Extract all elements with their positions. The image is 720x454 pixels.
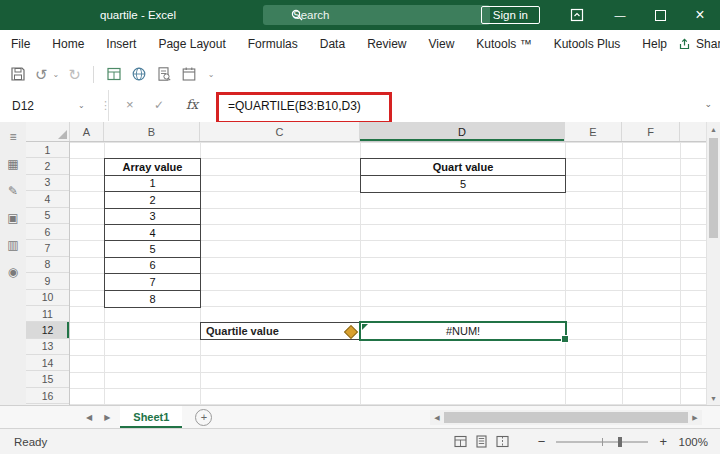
row-header-5[interactable]: 5 [26,208,69,224]
column-header-a[interactable]: A [70,122,104,141]
cell-b4[interactable]: 2 [105,192,200,208]
undo-dropdown-icon[interactable]: ⌄ [53,70,60,79]
normal-view-icon[interactable] [454,435,467,448]
warning-icon[interactable] [344,325,358,339]
scroll-right-icon[interactable]: ▶ [688,410,702,425]
page-layout-view-icon[interactable] [475,435,488,448]
tab-data[interactable]: Data [309,30,356,58]
cancel-icon[interactable]: × [126,97,134,112]
pane-menu-icon[interactable]: ≡ [9,130,16,144]
row-header-9[interactable]: 9 [26,273,69,289]
close-button[interactable]: × [680,0,720,30]
row-header-16[interactable]: 16 [26,388,69,404]
row-header-10[interactable]: 10 [26,290,69,306]
row-header-12[interactable]: 12 [26,322,69,338]
selected-cell-d12[interactable]: #NUM! [359,321,567,340]
ribbon-display-options-button[interactable] [562,0,592,30]
pane-edit-icon[interactable]: ✎ [8,184,18,198]
scroll-left-icon[interactable]: ◀ [430,410,444,425]
cell-b5[interactable]: 3 [105,209,200,225]
row-header-4[interactable]: 4 [26,191,69,207]
tab-review[interactable]: Review [356,30,417,58]
pane-workbook-icon[interactable]: ▦ [7,157,18,171]
row-header-8[interactable]: 8 [26,257,69,273]
sheet-tab-sheet1[interactable]: Sheet1 [120,406,182,428]
formula-bar-grip-icon[interactable]: ⋮ [100,99,111,112]
tab-view[interactable]: View [418,30,466,58]
scroll-down-icon[interactable]: ▼ [707,391,720,405]
pane-find-icon[interactable]: ◉ [8,265,18,279]
row-header-2[interactable]: 2 [26,158,69,174]
save-icon[interactable] [10,66,26,82]
zoom-out-icon[interactable]: − [538,434,546,449]
add-sheet-button[interactable]: + [195,409,212,426]
customize-qat-icon[interactable]: ⌄ [208,70,215,79]
tab-kutools-plus[interactable]: Kutools Plus [543,30,632,58]
name-box[interactable]: D12 [0,90,109,121]
column-header-e[interactable]: E [565,122,622,141]
row-header-3[interactable]: 3 [26,175,69,191]
column-header-b[interactable]: B [104,122,200,141]
cell-b7[interactable]: 5 [105,241,200,257]
share-button[interactable]: Share [678,37,720,51]
page-break-view-icon[interactable] [496,435,509,448]
scroll-up-icon[interactable]: ▲ [707,122,720,136]
cell-b10[interactable]: 8 [105,291,200,307]
zoom-level[interactable]: 100% [678,436,708,448]
expand-formula-bar-icon[interactable]: ⌄ [704,99,712,109]
globe-icon[interactable] [131,66,147,82]
doc-search-icon[interactable] [156,66,172,82]
maximize-button[interactable] [640,0,680,30]
column-header-f[interactable]: F [622,122,680,141]
cell-b6[interactable]: 4 [105,225,200,241]
row-header-14[interactable]: 14 [26,355,69,371]
column-header-c[interactable]: C [200,122,360,141]
vertical-scrollbar[interactable]: ▲ ▼ [706,122,720,405]
enter-icon[interactable]: ✓ [154,98,164,112]
table-edit-icon[interactable] [106,66,122,82]
row-header-13[interactable]: 13 [26,339,69,355]
fill-handle[interactable] [561,335,569,343]
horizontal-scroll-thumb[interactable] [444,412,688,423]
redo-icon[interactable]: ↻ [68,67,81,82]
tab-kutools[interactable]: Kutools ™ [465,30,542,58]
zoom-in-icon[interactable]: + [659,434,667,449]
pane-columns-icon[interactable]: ▥ [7,238,18,252]
sign-in-button[interactable]: Sign in [481,6,540,24]
cell-b2[interactable]: Array value [105,159,200,175]
cell-b9[interactable]: 7 [105,274,200,290]
tab-file[interactable]: File [0,30,41,58]
grid-body[interactable]: 1 2 3 4 5 6 7 8 9 10 11 12 13 14 15 16 [26,142,706,405]
cell-d2[interactable]: Quart value [361,159,565,175]
tab-page-layout[interactable]: Page Layout [147,30,236,58]
name-box-dropdown-icon[interactable]: ⌄ [78,101,85,110]
zoom-slider[interactable] [556,436,648,448]
zoom-slider-thumb[interactable] [618,437,622,447]
select-all-corner[interactable] [26,122,70,141]
vertical-scroll-thumb[interactable] [709,138,718,238]
row-header-1[interactable]: 1 [26,142,69,158]
search-box[interactable]: Search [263,5,490,25]
cell-b8[interactable]: 6 [105,258,200,274]
sheet-nav-left-icon[interactable]: ◀ [86,413,92,422]
pane-print-icon[interactable]: ▣ [7,211,18,225]
horizontal-scrollbar[interactable]: ◀ ▶ [430,410,702,425]
insert-function-icon[interactable]: fx [186,97,198,112]
row-header-6[interactable]: 6 [26,224,69,240]
calendar-icon[interactable] [181,66,197,82]
column-header-d[interactable]: D [360,122,565,141]
row-header-11[interactable]: 11 [26,306,69,322]
tab-home[interactable]: Home [41,30,95,58]
row-header-7[interactable]: 7 [26,240,69,256]
row-header-15[interactable]: 15 [26,371,69,387]
tab-help[interactable]: Help [631,30,678,58]
sheet-nav-right-icon[interactable]: ▶ [104,413,110,422]
undo-icon[interactable]: ↺ [35,67,48,82]
cell-d3[interactable]: 5 [361,176,565,192]
cell-b3[interactable]: 1 [105,176,200,192]
quart-value-table[interactable]: Quart value 5 [360,158,566,193]
tab-insert[interactable]: Insert [95,30,147,58]
tab-formulas[interactable]: Formulas [237,30,309,58]
minimize-button[interactable]: — [600,0,640,30]
array-value-table[interactable]: Array value 1 2 3 4 5 6 7 8 [104,158,201,308]
